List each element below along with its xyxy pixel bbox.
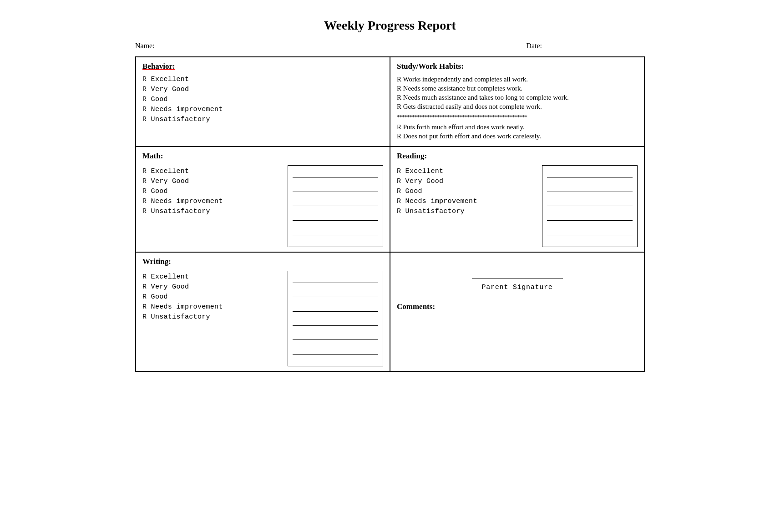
writing-box-line-1 (293, 283, 378, 283)
behavior-item-3: R Good (142, 96, 383, 103)
behavior-item-4: R Needs improvement (142, 106, 383, 113)
math-box-line-4 (293, 220, 378, 221)
math-item-5: R Unsatisfactory (142, 208, 283, 215)
name-underline[interactable] (157, 48, 258, 48)
math-item-2: R Very Good (142, 177, 283, 185)
reading-title: Reading: (397, 152, 638, 161)
divider-stars: ****************************************… (397, 113, 638, 121)
date-label: Date: (526, 42, 542, 50)
reading-item-4: R Needs improvement (397, 198, 537, 205)
writing-cell: Writing: R Excellent R Very Good R Good … (136, 252, 390, 371)
header-row: Name: Date: (135, 42, 645, 50)
study-work-cell: Study/Work Habits: R Works independently… (390, 57, 644, 147)
behavior-cell: Behavior: R Excellent R Very Good R Good… (136, 57, 390, 147)
math-cell: Math: R Excellent R Very Good R Good R N… (136, 147, 390, 252)
writing-grade-box (288, 271, 383, 366)
writing-grade-list: R Excellent R Very Good R Good R Needs i… (142, 271, 283, 366)
behavior-item-1: R Excellent (142, 76, 383, 83)
writing-box-line-2 (293, 297, 378, 297)
math-box-line-1 (293, 177, 378, 177)
study-item-2: R Needs some assistance but completes wo… (397, 85, 638, 92)
row-1: Behavior: R Excellent R Very Good R Good… (136, 57, 644, 147)
math-box-line-3 (293, 206, 378, 206)
name-label: Name: (135, 42, 155, 50)
math-content: R Excellent R Very Good R Good R Needs i… (142, 165, 383, 247)
math-box-line-2 (293, 192, 378, 192)
page-title: Weekly Progress Report (135, 18, 645, 33)
study-item-3: R Needs much assistance and takes too lo… (397, 94, 638, 101)
date-underline[interactable] (545, 48, 645, 48)
writing-box-line-6 (293, 354, 378, 355)
behavior-item-2: R Very Good (142, 86, 383, 93)
writing-item-5: R Unsatisfactory (142, 313, 283, 321)
reading-item-2: R Very Good (397, 177, 537, 185)
row-2: Math: R Excellent R Very Good R Good R N… (136, 147, 644, 252)
reading-grade-box (542, 165, 638, 247)
math-item-3: R Good (142, 187, 283, 195)
math-grade-list: R Excellent R Very Good R Good R Needs i… (142, 165, 283, 247)
reading-item-1: R Excellent (397, 167, 537, 175)
math-title: Math: (142, 152, 383, 161)
behavior-item-5: R Unsatisfactory (142, 116, 383, 123)
name-field: Name: (135, 42, 258, 50)
row-3: Writing: R Excellent R Very Good R Good … (136, 252, 644, 371)
study-item-1: R Works independently and completes all … (397, 76, 638, 83)
study-work-title: Study/Work Habits: (397, 62, 638, 71)
reading-content: R Excellent R Very Good R Good R Needs i… (397, 165, 638, 247)
behavior-title: Behavior: (142, 62, 383, 71)
reading-box-line-1 (547, 177, 633, 177)
writing-title: Writing: (142, 257, 383, 266)
parent-signature-label: Parent Signature (397, 284, 638, 291)
study-item-6: R Does not put forth effort and does wor… (397, 132, 638, 140)
writing-item-1: R Excellent (142, 273, 283, 281)
writing-content: R Excellent R Very Good R Good R Needs i… (142, 271, 383, 366)
reading-item-5: R Unsatisfactory (397, 208, 537, 215)
reading-grade-list: R Excellent R Very Good R Good R Needs i… (397, 165, 537, 247)
writing-box-line-4 (293, 325, 378, 326)
main-table: Behavior: R Excellent R Very Good R Good… (135, 56, 645, 372)
reading-cell: Reading: R Excellent R Very Good R Good … (390, 147, 644, 252)
page: Weekly Progress Report Name: Date: Behav… (117, 9, 663, 381)
math-item-1: R Excellent (142, 167, 283, 175)
date-field: Date: (526, 42, 645, 50)
sig-line[interactable] (397, 275, 638, 284)
writing-box-line-3 (293, 311, 378, 312)
parent-sig-area: Parent Signature (397, 257, 638, 291)
writing-box-line-5 (293, 339, 378, 340)
math-grade-box (288, 165, 383, 247)
reading-box-line-5 (547, 235, 633, 235)
writing-item-2: R Very Good (142, 283, 283, 291)
reading-box-line-2 (547, 192, 633, 192)
math-item-4: R Needs improvement (142, 198, 283, 205)
reading-item-3: R Good (397, 187, 537, 195)
math-box-line-5 (293, 235, 378, 235)
study-item-5: R Puts forth much effort and does work n… (397, 123, 638, 131)
comments-label: Comments: (397, 302, 638, 311)
behavior-grade-list: R Excellent R Very Good R Good R Needs i… (142, 76, 383, 123)
parent-comments-cell: Parent Signature Comments: (390, 252, 644, 371)
reading-box-line-4 (547, 220, 633, 221)
reading-box-line-3 (547, 206, 633, 206)
writing-item-3: R Good (142, 293, 283, 301)
study-item-4: R Gets distracted easily and does not co… (397, 103, 638, 111)
writing-item-4: R Needs improvement (142, 303, 283, 311)
